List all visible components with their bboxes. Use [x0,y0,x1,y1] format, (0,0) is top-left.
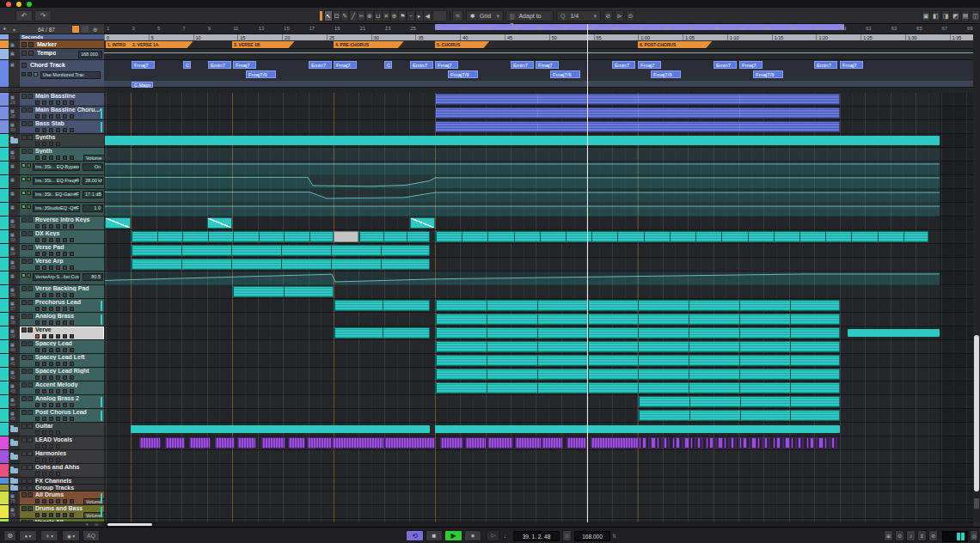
event-cyanbar[interactable] [435,425,840,433]
edit-instrument-button[interactable] [49,238,53,242]
monitor-button[interactable] [42,156,46,160]
tool-object-selection[interactable]: ↖ [324,10,333,21]
event-blue[interactable] [435,94,840,105]
folder-icon[interactable] [10,138,18,143]
event-purple-slice[interactable] [642,437,646,448]
event-purple-slice[interactable] [668,437,670,448]
write-button[interactable] [63,499,67,503]
write-button[interactable] [63,375,67,380]
track-row-spacey-lead[interactable]: ▦40Spacey Lead [0,340,104,354]
event-purple-slice[interactable] [795,437,797,448]
mute-button[interactable] [21,341,27,346]
freeze-button[interactable] [70,265,74,270]
mute-button[interactable] [21,259,27,264]
event-cyan[interactable] [435,314,840,325]
event-purple-slice[interactable] [657,437,659,448]
metronome-button[interactable]: ◎ [970,530,978,541]
write-button[interactable] [63,265,67,270]
record-enable-button[interactable] [35,114,40,119]
quantize-select[interactable]: Q 1/4 ▾ [556,10,601,21]
cycle-button[interactable]: ⟲ [406,530,424,541]
event-purple-slice[interactable] [776,437,781,448]
event-purple-slice[interactable] [684,437,689,448]
record-enable-button[interactable] [35,430,40,435]
track-row-all-drums[interactable]: ▦75All DrumsVolume [0,491,104,505]
mute-button[interactable] [21,492,27,497]
event-purple-slice[interactable] [769,437,770,448]
event-purple[interactable] [237,437,256,448]
read-button[interactable] [56,265,60,270]
write-button[interactable] [63,293,67,297]
track-row-reverse-intro-keys[interactable]: ▦32Reverse Intro Keys [0,217,104,230]
event-purple-slice[interactable] [798,437,801,448]
track-row-synths[interactable]: Synths [0,134,104,148]
transport-right-button-4[interactable]: ⊘ [928,530,938,541]
monitor-button[interactable] [42,224,46,229]
monitor-button[interactable] [42,472,46,476]
event-purple-slice[interactable] [701,437,703,448]
record-enable-button[interactable] [35,224,40,229]
toolbar-extra-icon-0[interactable]: ⊘ [603,10,613,21]
read-button[interactable] [56,334,60,339]
chord-event-17[interactable]: Emin7 [714,61,737,69]
event-purple-slice[interactable] [709,437,714,448]
chord-event-20[interactable]: Emin7 [814,61,837,69]
monitor-button[interactable] [42,458,46,462]
transport-combo-0[interactable]: ● ▾ [19,530,37,541]
track-row-verse-backing-pad[interactable]: ▦36Verse Backing Pad [0,285,104,299]
event-diag[interactable] [207,217,232,229]
window-titlebar[interactable] [0,0,980,8]
freeze-button[interactable] [70,403,74,407]
read-automation-button[interactable] [21,273,26,278]
monitor-button[interactable] [42,307,46,311]
automation-parameter-name[interactable]: VerseArp-S...lter.Cutoff [33,273,80,281]
event-purple-slice[interactable] [648,437,650,448]
record-enable-button[interactable] [35,472,40,476]
read-button[interactable] [56,114,60,119]
tool-button-6[interactable]: ⊔ [374,10,383,21]
close-window-button[interactable] [6,2,11,7]
tool-button-10[interactable]: ~ [407,10,415,21]
event-purple-slice[interactable] [676,437,680,448]
write-button[interactable] [63,334,67,339]
mute-button[interactable] [21,94,27,99]
read-button[interactable] [56,499,60,503]
edit-instrument-button[interactable] [49,444,53,448]
mute-button[interactable] [21,107,27,113]
tool-button-11[interactable]: ▸ [415,10,424,21]
read-button[interactable] [56,472,60,476]
track-cell[interactable]: Synths [20,134,104,148]
track-cell[interactable]: LEAD Vocals [20,436,104,450]
minimize-window-button[interactable] [16,2,21,7]
write-button[interactable] [63,307,67,311]
record-button[interactable]: ● [464,530,481,541]
track-cell[interactable]: DX Keys [20,230,104,244]
marker-flag-3[interactable]: 3. VERSE 1B [232,41,295,48]
monitor-button[interactable] [28,72,32,76]
add-track-button[interactable]: + [3,26,11,33]
write-button[interactable] [63,101,67,105]
chord-event-10[interactable]: Fmaj7/9 [448,70,478,78]
folder-icon[interactable] [10,468,18,473]
track-cell[interactable]: Group Tracks [20,485,104,491]
transport-right-button-3[interactable]: ≡ [917,530,927,541]
mute-button[interactable] [21,135,27,140]
event-cyan[interactable] [435,327,840,339]
folder-icon[interactable] [10,485,18,491]
track-row-accent-melody[interactable]: ▦43Accent Melody [0,381,104,395]
mute-button[interactable] [21,42,27,47]
track-cell[interactable]: FX Channels [20,478,104,485]
event-cyan[interactable] [435,231,928,242]
monitor-button[interactable] [42,362,46,366]
freeze-button[interactable] [70,320,74,325]
read-button[interactable] [56,417,60,421]
tempo-mode-button[interactable]: ⊙ [562,530,572,541]
record-enable-button[interactable] [35,458,40,462]
event-cyan[interactable] [435,369,840,380]
event-purple-slice[interactable] [785,437,790,448]
filter-tracks-button[interactable] [72,26,79,33]
edit-instrument-button[interactable] [49,334,53,339]
mute-button[interactable] [21,63,27,68]
tool-button-1[interactable]: ⊡ [333,10,341,21]
solo-button[interactable] [28,107,33,113]
